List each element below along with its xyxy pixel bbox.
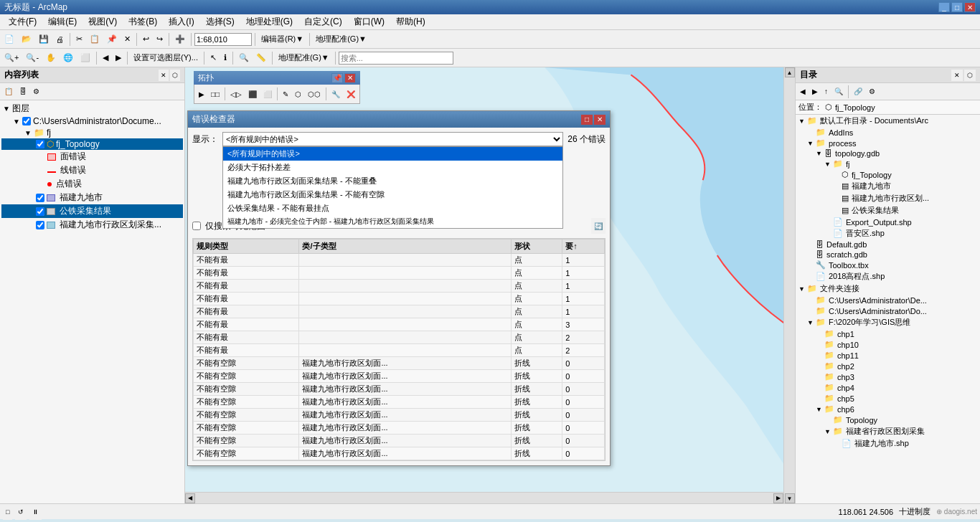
topo-btn-1[interactable]: ▶ <box>196 86 207 102</box>
add-data-btn[interactable]: ➕ <box>172 32 188 47</box>
table-row[interactable]: 不能有最 点 2 <box>194 344 605 357</box>
catalog-tree-item[interactable]: 📄 Export_Output.shp <box>796 217 980 227</box>
catalog-tree-item[interactable]: ▼ 📁 默认工作目录 - Documents\Arc <box>796 115 980 127</box>
catalog-tree-item[interactable]: 📁 C:\Users\Administrator\Do... <box>796 305 980 316</box>
georef-btn[interactable]: 地理配准(G)▼ <box>313 32 369 47</box>
point-error-item[interactable]: 点错误 <box>1 177 183 191</box>
catalog-tree-item[interactable]: ▼ 📁 chp6 <box>796 404 980 414</box>
search-catalog-input[interactable] <box>339 52 453 65</box>
error-table-container[interactable]: 规则类型 类/子类型 形状 要↑ 不能有最 点 1 不能有最 点 1 <box>192 238 606 461</box>
catalog-tree-item[interactable]: 📁 chp5 <box>796 393 980 404</box>
dropdown-item-2[interactable]: 福建九地市行政区划面采集结果 - 不能重叠 <box>223 174 562 188</box>
new-btn[interactable]: 📄 <box>1 32 17 47</box>
extent-btn[interactable]: ⬜ <box>77 50 93 66</box>
vertical-scrollbar[interactable]: ▲ ▼ <box>783 67 795 503</box>
fj-topology-item[interactable]: ⬡ fj_Topology <box>1 138 183 150</box>
select-tool[interactable]: ↖ <box>207 50 220 66</box>
panel-close-btn[interactable]: ✕ <box>159 70 169 81</box>
table-row[interactable]: 不能有空隙 福建九地市行政区划面... 折线 0 <box>194 447 605 460</box>
delete-btn[interactable]: ✕ <box>121 32 133 47</box>
menu-bookmark[interactable]: 书签(B) <box>123 14 163 29</box>
fujian-cities-item[interactable]: 福建九地市 <box>1 191 183 204</box>
catalog-float-btn[interactable]: ⬡ <box>964 70 976 81</box>
zoom-out-btn[interactable]: 🔍- <box>23 50 42 66</box>
undo-btn[interactable]: ↩ <box>140 32 152 47</box>
minimize-button[interactable]: _ <box>938 2 950 12</box>
menu-select[interactable]: 选择(S) <box>200 14 240 29</box>
catalog-tree-item[interactable]: ▼ 📁 F:\2020年学习\GIS思维 <box>796 316 980 328</box>
bottom-reload-btn[interactable]: ↺ <box>15 504 27 520</box>
window-controls[interactable]: _ □ ✕ <box>938 2 976 12</box>
bottom-overview-btn[interactable]: □ <box>3 504 12 520</box>
table-row[interactable]: 不能有最 点 3 <box>194 318 605 331</box>
measure-btn[interactable]: 📏 <box>253 50 269 66</box>
geoconfig-btn[interactable]: 地理配准(G)▼ <box>275 50 332 66</box>
select-layers-btn[interactable]: 设置可选图层(Y)... <box>131 50 201 66</box>
table-row[interactable]: 不能有最 点 1 <box>194 254 605 267</box>
table-row[interactable]: 不能有空隙 福建九地市行政区划面... 折线 0 <box>194 357 605 370</box>
catalog-tree-item[interactable]: 📁 chp10 <box>796 339 980 350</box>
catalog-tree-item[interactable]: ▤ 福建九地市行政区划... <box>796 192 980 204</box>
scroll-down-btn[interactable]: ▼ <box>785 493 795 503</box>
topo-btn-7[interactable]: ⬡ <box>292 86 304 102</box>
catalog-tree-item[interactable]: ▼ 📁 fj <box>796 158 980 169</box>
fwd-btn[interactable]: ▶ <box>113 50 124 66</box>
railway-item[interactable]: 公铁采集结果 <box>1 204 183 218</box>
tree-expand-icon[interactable]: ▼ <box>824 428 831 435</box>
cut-btn[interactable]: ✂ <box>73 32 85 47</box>
catalog-search-btn[interactable]: 🔍 <box>831 84 846 100</box>
tree-expand-icon[interactable]: ▼ <box>807 319 814 326</box>
catalog-tree-item[interactable]: 📁 chp4 <box>796 382 980 393</box>
error-type-select[interactable]: <所有规则中的错误> 必须大于拓扑差差 福建九地市行政区划面采集结果 - 不能重… <box>222 132 563 146</box>
menu-geoprocessing[interactable]: 地理处理(G) <box>240 14 298 29</box>
path-expand[interactable]: ▼ <box>13 118 20 125</box>
table-row[interactable]: 不能有空隙 福建九地市行政区划面... 折线 0 <box>194 396 605 409</box>
menu-customize[interactable]: 自定义(C) <box>298 14 348 29</box>
topo-btn-8[interactable]: ⬡⬡ <box>305 86 324 102</box>
catalog-tree-item[interactable]: 📁 AddIns <box>796 127 980 138</box>
print-btn[interactable]: 🖨 <box>53 32 67 47</box>
layers-root[interactable]: ▼ 图层 <box>1 102 183 115</box>
dropdown-item-3[interactable]: 福建九地市行政区划面采集结果 - 不能有空隙 <box>223 188 562 201</box>
catalog-tree-item[interactable]: 📄 2018高程点.shp <box>796 270 980 283</box>
path-checkbox[interactable] <box>22 117 31 125</box>
dropdown-item-4[interactable]: 公铁采集结果 - 不能有最挂点 <box>223 201 562 215</box>
admin-area-item[interactable]: 福建九地市行政区划采集... <box>1 218 183 232</box>
maximize-button[interactable]: □ <box>951 2 963 12</box>
redo-btn[interactable]: ↪ <box>154 32 166 47</box>
topo-toolbar-pin[interactable]: 📌 <box>331 73 343 83</box>
scale-input[interactable] <box>194 33 252 46</box>
catalog-tree-item[interactable]: 🗄 scratch.gdb <box>796 250 980 260</box>
topo-toolbar-close[interactable]: ✕ <box>344 73 356 83</box>
catalog-tree-item[interactable]: 🔧 Toolbox.tbx <box>796 260 980 270</box>
zoom-in-btn[interactable]: 🔍+ <box>1 50 22 66</box>
error-checker-title[interactable]: 错误检查器 □ ✕ <box>188 111 610 128</box>
table-row[interactable]: 不能有最 点 2 <box>194 331 605 344</box>
scroll-up-btn[interactable]: ▲ <box>785 67 795 77</box>
table-row[interactable]: 不能有空隙 福建九地市行政区划面... 折线 0 <box>194 370 605 383</box>
menu-help[interactable]: 帮助(H) <box>390 14 431 29</box>
dropdown-item-1[interactable]: 必须大于拓扑差差 <box>223 161 562 174</box>
find-btn[interactable]: 🔍 <box>236 50 252 66</box>
horizontal-scrollbar[interactable]: ◀ ▶ <box>185 492 783 503</box>
catalog-tree-item[interactable]: 📁 Topology <box>796 414 980 425</box>
catalog-tree-item[interactable]: 📄 福建九地市.shp <box>796 437 980 450</box>
tree-expand-icon[interactable]: ▼ <box>798 118 806 125</box>
refresh-errors-btn[interactable]: 🔄 <box>591 218 606 234</box>
topo-btn-5[interactable]: ⬜ <box>260 86 275 102</box>
poly-error-item[interactable]: 面错误 <box>1 150 183 163</box>
catalog-tree-item[interactable]: 📁 chp1 <box>796 328 980 339</box>
globe-btn[interactable]: 🌐 <box>60 50 76 66</box>
scroll-right-btn[interactable]: ▶ <box>773 493 783 503</box>
tree-expand-icon[interactable]: ▼ <box>816 150 823 157</box>
catalog-tree-item[interactable]: 📄 晋安区.shp <box>796 227 980 239</box>
fj-topology-checkbox[interactable] <box>36 140 44 148</box>
table-row[interactable]: 不能有最 点 1 <box>194 267 605 280</box>
close-button[interactable]: ✕ <box>964 2 976 12</box>
catalog-tree-item[interactable]: 📁 C:\Users\Administrator\De... <box>796 295 980 305</box>
map-area[interactable]: 拓扑 📌 ✕ ▶ □□ ◁▷ ⬛ ⬜ ✎ ⬡ ⬡⬡ 🔧 ❌ <box>185 67 795 503</box>
admin-area-checkbox[interactable] <box>36 221 44 229</box>
copy-btn[interactable]: 📋 <box>87 32 103 47</box>
topo-btn-6[interactable]: ✎ <box>280 86 291 102</box>
bottom-pause-btn[interactable]: ⏸ <box>29 504 42 520</box>
